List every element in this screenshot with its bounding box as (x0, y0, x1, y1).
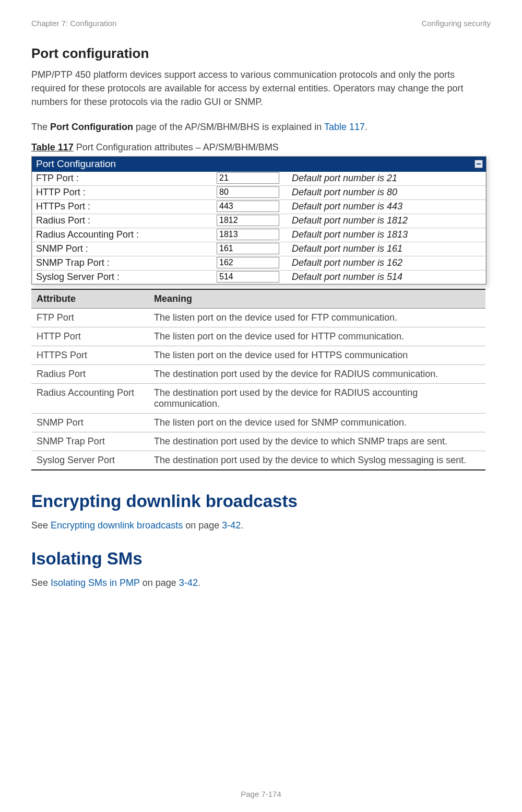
table-number: Table 117 (31, 142, 74, 152)
port-input-wrap (215, 199, 288, 214)
port-label: Syslog Server Port : (32, 270, 215, 284)
col-meaning: Meaning (149, 289, 485, 309)
port-input-wrap (215, 256, 288, 270)
table-row: FTP Port The listen port on the device u… (31, 309, 485, 327)
col-attribute: Attribute (31, 289, 149, 309)
table-caption-text: Port Configuration attributes – AP/SM/BH… (74, 142, 279, 152)
reference-paragraph: The Port Configuration page of the AP/SM… (31, 120, 491, 134)
port-hint: Default port number is 80 (288, 185, 486, 199)
section-title-isolating: Isolating SMs (31, 549, 491, 569)
port-input-wrap (215, 228, 288, 242)
port-configuration-panel: Port Configuration FTP Port : Default po… (31, 156, 487, 285)
port-label: SNMP Port : (32, 242, 215, 256)
port-input-wrap (215, 185, 288, 199)
port-label: FTP Port : (32, 172, 215, 185)
port-label: Radius Accounting Port : (32, 228, 215, 242)
text: . (365, 122, 367, 132)
page-ref-link[interactable]: 3-42 (179, 578, 198, 588)
text: on page (183, 520, 222, 531)
port-hint: Default port number is 1812 (288, 214, 486, 228)
meaning-cell: The destination port used by the device … (149, 384, 485, 414)
port-config-grid: FTP Port : Default port number is 21 HTT… (32, 172, 486, 284)
text: The (31, 122, 50, 132)
table-link[interactable]: Table 117 (324, 122, 365, 132)
table-row: Radius Accounting Port The destination p… (31, 384, 485, 414)
table-row: HTTPS Port The listen port on the device… (31, 346, 485, 365)
see-reference: See Isolating SMs in PMP on page 3-42. (31, 576, 491, 590)
port-input-wrap (215, 270, 288, 284)
meaning-cell: The destination port used by the device … (149, 451, 485, 470)
attr-cell: FTP Port (31, 309, 149, 327)
meaning-cell: The listen port on the device used for S… (149, 414, 485, 432)
table-caption: Table 117 Port Configuration attributes … (31, 142, 491, 153)
cross-ref-link[interactable]: Encrypting downlink broadcasts (51, 520, 183, 531)
table-row: HTTP Port The listen port on the device … (31, 327, 485, 346)
text: page of the AP/SM/BHM/BHS is explained i… (133, 122, 324, 132)
text: . (198, 578, 200, 588)
port-hint: Default port number is 443 (288, 199, 486, 214)
panel-title: Port Configuration (36, 158, 116, 170)
attr-cell: SNMP Trap Port (31, 432, 149, 451)
text: . (241, 520, 243, 531)
port-hint: Default port number is 161 (288, 242, 486, 256)
port-label: Radius Port : (32, 214, 215, 228)
port-hint: Default port number is 162 (288, 256, 486, 270)
page-footer: Page 7-174 (0, 790, 522, 798)
port-label: HTTP Port : (32, 185, 215, 199)
meaning-cell: The listen port on the device used for H… (149, 327, 485, 346)
meaning-cell: The listen port on the device used for F… (149, 309, 485, 327)
syslog-server-port-input[interactable] (217, 271, 279, 283)
text: See (31, 520, 51, 531)
port-hint: Default port number is 21 (288, 172, 486, 185)
section-title-encrypting: Encrypting downlink broadcasts (31, 491, 491, 511)
table-row: Radius Port The destination port used by… (31, 365, 485, 384)
table-row: Syslog Server Port The destination port … (31, 451, 485, 470)
bold-text: Port Configuration (50, 122, 133, 132)
intro-paragraph: PMP/PTP 450 platform devices support acc… (31, 68, 491, 109)
attr-cell: HTTP Port (31, 327, 149, 346)
port-label: SNMP Trap Port : (32, 256, 215, 270)
ftp-port-input[interactable] (217, 172, 279, 184)
document-page: Chapter 7: Configuration Configuring sec… (0, 0, 522, 812)
section-title-port-config: Port configuration (31, 45, 491, 62)
page-number: Page 7-174 (241, 790, 281, 798)
text: See (31, 578, 51, 588)
snmp-port-input[interactable] (217, 243, 279, 254)
see-reference: See Encrypting downlink broadcasts on pa… (31, 519, 491, 532)
snmp-trap-port-input[interactable] (217, 257, 279, 268)
meaning-cell: The listen port on the device used for H… (149, 346, 485, 365)
header-right: Configuring security (421, 19, 491, 28)
table-row: SNMP Trap Port The destination port used… (31, 432, 485, 451)
meaning-cell: The destination port used by the device … (149, 365, 485, 384)
page-header: Chapter 7: Configuration Configuring sec… (31, 19, 491, 28)
port-input-wrap (215, 214, 288, 228)
text: on page (140, 578, 179, 588)
header-left: Chapter 7: Configuration (31, 19, 116, 28)
table-header-row: Attribute Meaning (31, 289, 485, 309)
port-input-wrap (215, 172, 288, 185)
https-port-input[interactable] (217, 201, 279, 212)
attr-cell: SNMP Port (31, 414, 149, 432)
attr-cell: Radius Port (31, 365, 149, 384)
attr-cell: HTTPS Port (31, 346, 149, 365)
radius-port-input[interactable] (217, 215, 279, 226)
page-ref-link[interactable]: 3-42 (222, 520, 241, 531)
port-input-wrap (215, 242, 288, 256)
http-port-input[interactable] (217, 186, 279, 198)
cross-ref-link[interactable]: Isolating SMs in PMP (51, 578, 140, 588)
meaning-cell: The destination port used by the device … (149, 432, 485, 451)
attr-cell: Radius Accounting Port (31, 384, 149, 414)
panel-titlebar: Port Configuration (32, 157, 486, 172)
collapse-icon[interactable] (474, 160, 483, 168)
port-hint: Default port number is 1813 (288, 228, 486, 242)
attribute-meaning-table: Attribute Meaning FTP Port The listen po… (31, 289, 485, 470)
port-label: HTTPs Port : (32, 199, 215, 214)
table-row: SNMP Port The listen port on the device … (31, 414, 485, 432)
attr-cell: Syslog Server Port (31, 451, 149, 470)
radius-accounting-port-input[interactable] (217, 229, 279, 240)
port-hint: Default port number is 514 (288, 270, 486, 284)
